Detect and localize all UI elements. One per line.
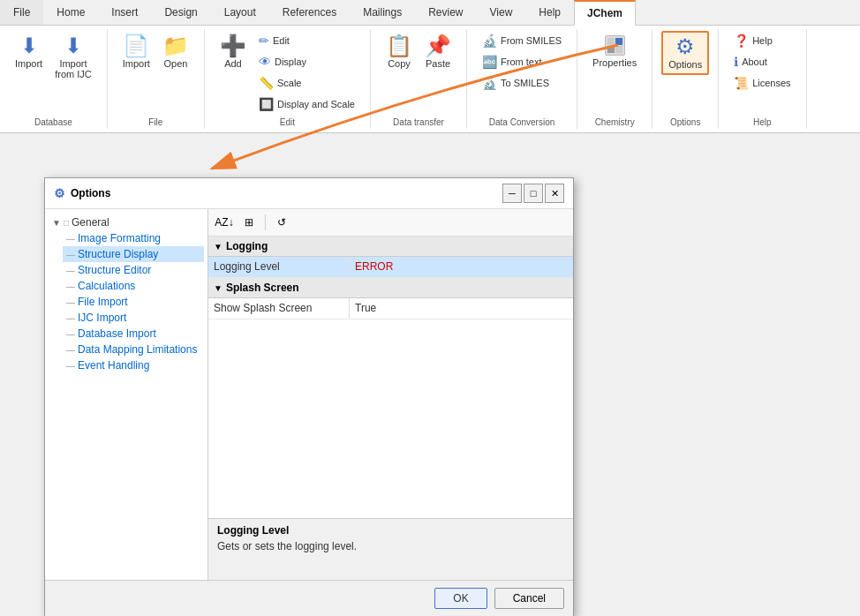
ok-button[interactable]: OK — [434, 588, 487, 609]
open-button[interactable]: 📁 Open — [156, 31, 195, 73]
props-row-logging-level[interactable]: Logging Level ERROR — [208, 257, 573, 278]
tab-jchem[interactable]: JChem — [574, 0, 636, 26]
tree-root-general[interactable]: ▼ □ General — [49, 214, 204, 230]
tree-item-image-formatting[interactable]: — Image Formatting — [63, 230, 204, 246]
tree-dash-icon-7: — — [66, 329, 75, 339]
from-text-icon: 🔤 — [482, 55, 497, 69]
ribbon-tab-bar: File Home Insert Design Layout Reference… — [0, 0, 860, 26]
tab-mailings[interactable]: Mailings — [350, 0, 415, 25]
tab-review[interactable]: Review — [415, 0, 476, 25]
dialog-close-button[interactable]: ✕ — [545, 184, 564, 203]
description-title: Logging Level — [217, 524, 564, 537]
display-scale-button[interactable]: 🔲 Logging Level Display and Scale — [253, 94, 361, 114]
tree-item-calculations[interactable]: — Calculations — [63, 278, 204, 294]
section-splash-label: Splash Screen — [226, 282, 299, 294]
import-from-ijc-button[interactable]: ⬇ Import from IJC — [49, 31, 98, 84]
to-smiles-icon: 🔬 — [482, 76, 497, 90]
import-file-button[interactable]: 📄 Import — [117, 31, 156, 73]
dialog-title: ⚙ Options — [54, 186, 110, 200]
dialog-maximize-button[interactable]: □ — [524, 184, 543, 203]
props-reset-button[interactable]: ↺ — [271, 213, 292, 232]
tab-layout[interactable]: Layout — [211, 0, 269, 25]
tree-item-label-file-import: File Import — [78, 296, 128, 308]
tree-item-ijc-import[interactable]: — IJC Import — [63, 310, 204, 326]
tree-dash-icon-8: — — [66, 345, 75, 355]
add-label: Add — [224, 58, 242, 69]
about-button[interactable]: ℹ About — [728, 52, 796, 71]
section-splash-screen[interactable]: ▼ Splash Screen — [208, 278, 573, 298]
display-scale-icon: 🔲 — [259, 97, 274, 111]
description-text: Gets or sets the logging level. — [217, 540, 564, 552]
props-row-show-splash[interactable]: Show Splash Screen True — [208, 298, 573, 319]
ribbon-group-file: 📄 Import 📁 Open File — [108, 29, 205, 129]
section-logging-label: Logging — [226, 240, 268, 252]
tree-item-structure-display[interactable]: — Structure Display — [63, 246, 204, 262]
tree-root-dash: □ — [64, 218, 69, 228]
copy-icon: 📋 — [386, 35, 412, 56]
tab-insert[interactable]: Insert — [98, 0, 151, 25]
options-icon: ⚙ — [675, 36, 695, 57]
tab-references[interactable]: References — [269, 0, 350, 25]
edit-button[interactable]: ✏ Edit — [253, 31, 361, 50]
ribbon-group-edit: ➕ Add ✏ Edit 👁 Display 📏 Scale — [205, 29, 371, 129]
options-group-label: Options — [670, 116, 700, 129]
tree-item-event-handling[interactable]: — Event Handling — [63, 357, 204, 373]
ribbon-group-data-conversion: 🔬 From SMILES 🔤 From text 🔬 To SMILES Da… — [467, 29, 577, 129]
import-ijc-label: Import from IJC — [55, 58, 92, 79]
help-button[interactable]: ❓ Help — [728, 31, 796, 50]
display-icon: 👁 — [259, 55, 271, 69]
scale-button[interactable]: 📏 Scale — [253, 73, 361, 93]
file-group-label: File — [148, 116, 162, 129]
display-button[interactable]: 👁 Display — [253, 52, 361, 71]
dialog-overlay: ⚙ Options ─ □ ✕ ▼ □ General — [44, 177, 574, 616]
about-icon: ℹ — [734, 55, 738, 69]
tab-help[interactable]: Help — [525, 0, 574, 25]
copy-label: Copy — [388, 58, 411, 69]
tree-item-label-ijc-import: IJC Import — [78, 312, 126, 324]
tree-expand-icon: ▼ — [52, 218, 61, 228]
props-sort-cat-button[interactable]: ⊞ — [238, 213, 260, 232]
import-button[interactable]: ⬇ Import — [9, 31, 49, 73]
tab-file[interactable]: File — [0, 0, 43, 25]
section-splash-arrow: ▼ — [214, 283, 223, 293]
tree-item-data-mapping[interactable]: — Data Mapping Limitations — [63, 342, 204, 357]
database-group-label: Database — [34, 116, 72, 129]
chemistry-group-label: Chemistry — [595, 116, 635, 129]
import-ijc-icon: ⬇ — [64, 35, 82, 56]
data-transfer-group-label: Data transfer — [393, 116, 444, 129]
properties-table: ▼ Logging Logging Level ERROR ▼ Splash S… — [208, 237, 573, 518]
dialog-minimize-button[interactable]: ─ — [502, 184, 522, 203]
copy-button[interactable]: 📋 Copy — [380, 31, 419, 73]
toolbar-separator — [265, 214, 266, 230]
props-sort-alpha-button[interactable]: AZ↓ — [214, 213, 235, 232]
tab-design[interactable]: Design — [151, 0, 210, 25]
add-button[interactable]: ➕ Add — [214, 31, 253, 73]
import-label: Import — [15, 58, 42, 69]
tab-home[interactable]: Home — [43, 0, 98, 25]
from-text-button[interactable]: 🔤 From text — [476, 52, 568, 71]
properties-button[interactable]: Properties — [586, 31, 643, 72]
ribbon-content: ⬇ Import ⬇ Import from IJC Database 📄 Im… — [0, 26, 860, 132]
paste-button[interactable]: 📌 Paste — [419, 31, 457, 73]
tree-item-label-data-mapping: Data Mapping Limitations — [78, 343, 197, 356]
section-logging[interactable]: ▼ Logging — [208, 237, 573, 257]
tree-dash-icon: — — [66, 234, 75, 244]
tab-view[interactable]: View — [477, 0, 526, 25]
options-button[interactable]: ⚙ Options — [661, 31, 709, 75]
from-smiles-icon: 🔬 — [482, 34, 497, 48]
cancel-button[interactable]: Cancel — [494, 588, 564, 609]
options-label: Options — [668, 59, 702, 70]
from-smiles-button[interactable]: 🔬 From SMILES — [476, 31, 568, 50]
display-label: Display — [275, 56, 306, 67]
properties-icon — [605, 35, 625, 56]
licenses-button[interactable]: 📜 Licenses — [728, 73, 796, 93]
tree-item-database-import[interactable]: — Database Import — [63, 326, 204, 342]
tree-item-structure-editor[interactable]: — Structure Editor — [63, 262, 204, 278]
dialog-title-text: Options — [71, 187, 110, 199]
edit-label: Edit — [273, 35, 290, 46]
tree-dash-icon-5: — — [66, 297, 75, 307]
add-icon: ➕ — [220, 35, 246, 56]
to-smiles-button[interactable]: 🔬 To SMILES — [476, 73, 568, 93]
tree-item-file-import[interactable]: — File Import — [63, 294, 204, 310]
ribbon-group-options: ⚙ Options Options — [653, 29, 719, 129]
